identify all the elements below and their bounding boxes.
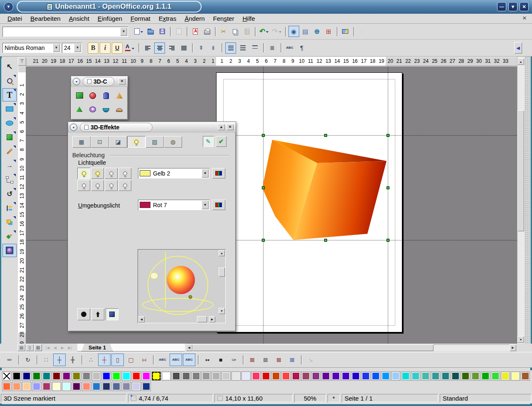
show-grid[interactable]: ∷ [40,354,52,366]
url-dropdown-icon[interactable]: ▼ [120,27,127,36]
align-center[interactable] [154,42,165,54]
scroll-right-icon[interactable]: ▶ [510,344,516,351]
snap-to-grid[interactable]: ∴ [85,354,97,366]
large-handles[interactable]: ■ [214,354,227,366]
color-swatch-2233ee[interactable] [362,372,370,380]
menu-bearbeiten[interactable]: Bearbeiten [26,14,65,23]
color-swatch-ccccee[interactable] [132,382,140,391]
color-swatch-669933[interactable] [471,372,480,380]
font-color[interactable] [124,42,135,54]
lines-arrows-t[interactable] [2,159,17,172]
color-swatch-33cccc[interactable] [411,372,420,380]
color-swatch-ffffff[interactable] [162,372,170,380]
navigator[interactable] [288,26,299,37]
align-left[interactable] [142,42,153,54]
close-button[interactable]: ✕ [520,2,529,11]
color-swatch-5500bb[interactable] [332,372,340,380]
ambient-color-dropdown[interactable]: Rot 7 ▼ [138,200,209,210]
menu-ändern[interactable]: Ändern [180,14,209,23]
color-swatch-00dddd[interactable] [401,372,410,380]
color-swatch-7f7f7f[interactable] [192,372,200,380]
snap-to-object-points[interactable]: ∺ [138,354,150,366]
color-swatch-556699[interactable] [112,382,121,391]
menu-ansicht[interactable]: Ansicht [65,14,94,23]
light-source-2-button[interactable] [91,168,104,179]
layer-view-normal-button[interactable]: ▤ [17,344,25,351]
palette-close-icon[interactable]: ✕ [118,78,126,84]
insert-t[interactable] [2,230,17,243]
light-source-8-button[interactable] [118,180,131,191]
selection-handle-se[interactable] [387,239,389,242]
color-swatch-ffffcc[interactable] [52,382,61,391]
color-swatch-ff4040[interactable] [282,372,290,380]
effects-rollup-icon[interactable]: ▲ [218,124,225,130]
color-swatch-223366[interactable] [102,382,111,391]
select-t[interactable] [2,60,17,73]
scroll-down-icon[interactable]: ▼ [517,336,524,343]
color-swatch-000080[interactable] [22,372,31,380]
color-swatch-008000[interactable] [32,372,41,380]
selection-handle-w[interactable] [262,186,265,189]
color-swatch-883388[interactable] [312,372,320,380]
light-source-4-button[interactable] [118,168,131,179]
gallery[interactable] [340,26,351,37]
color-swatch-207f7f[interactable] [441,372,450,380]
text-placeholder[interactable]: ⊠ [273,354,285,366]
menu-extras[interactable]: Extras [155,14,181,23]
color-swatch-ff6633[interactable] [2,382,11,391]
open-document[interactable] [145,26,156,37]
menu-format[interactable]: Format [126,14,155,23]
color-swatch-ccffff[interactable] [62,382,71,391]
ruler-corner-box[interactable]: ⊤ [18,57,26,66]
character-dialog[interactable]: ABC [284,42,295,54]
snap-to-guides[interactable]: ┼ [98,354,111,366]
arrange-t[interactable] [2,215,17,229]
zoom-page[interactable] [323,26,334,37]
selection-handle-nw[interactable] [262,134,265,137]
color-swatch-b5134b[interactable] [292,372,300,380]
color-swatch-00ff00[interactable] [112,372,121,380]
color-swatch-ff3366[interactable] [252,372,260,380]
light-source-6-button[interactable] [91,180,104,191]
tab-material[interactable]: ◍ [164,136,182,148]
color-swatch-550055[interactable] [72,382,81,391]
color-swatch-660099[interactable] [322,372,330,380]
tab-illumination[interactable] [127,136,145,148]
color-swatch-808080[interactable] [82,372,91,380]
preview-scroll-up-icon[interactable]: ▲ [219,250,225,256]
scroll-up-icon[interactable]: ▲ [517,58,524,65]
shell-3d-button[interactable] [99,102,113,116]
light-source-1-button[interactable] [77,168,90,179]
color-swatch-008080[interactable] [42,372,51,380]
double-click-to-edit-text[interactable]: ABC [183,354,195,366]
cone-3d-button[interactable] [113,89,126,102]
selection-handle-n[interactable] [324,134,327,137]
status-zoom[interactable]: 50% [294,394,326,402]
objects-3d-t[interactable] [2,131,17,144]
color-swatch-00aa00[interactable] [481,372,490,380]
url-field[interactable]: ▼ [2,27,128,37]
effects-title-bar[interactable]: ▼ 3D-Effekte ▲ ✕ [68,122,236,133]
color-swatch-33dd33[interactable] [491,372,500,380]
color-swatch-a05a2c[interactable] [521,372,530,380]
color-swatch-b3b3b3[interactable] [212,372,220,380]
tab-textures[interactable]: ▨ [145,136,164,148]
light-color-dropdown[interactable]: Gelb 2 ▼ [138,168,209,178]
underline[interactable]: U [112,42,123,54]
window-menu-button[interactable]: ▼ [4,2,13,12]
color-swatch-0099ff[interactable] [382,372,390,380]
stylist[interactable] [300,26,311,37]
pyramid-3d-button[interactable] [73,102,86,116]
torus-3d-button[interactable] [86,102,99,116]
undo[interactable] [258,26,270,37]
font-name-combo[interactable]: Nimbus Roman ▼ [2,43,61,53]
layer-view-layer-button[interactable]: ▧ [34,344,42,351]
light-source-7-button[interactable] [105,180,118,191]
color-swatch-none[interactable] [2,372,11,380]
quick-edit[interactable]: ABC [156,354,169,366]
color-swatch-4d4d4d[interactable] [172,372,180,380]
preview-mode-cube-button[interactable] [106,308,118,320]
selection-handle-s[interactable] [324,239,327,242]
document-close-icon[interactable]: ✕ [521,15,528,22]
color-swatch-999999[interactable] [202,372,210,380]
